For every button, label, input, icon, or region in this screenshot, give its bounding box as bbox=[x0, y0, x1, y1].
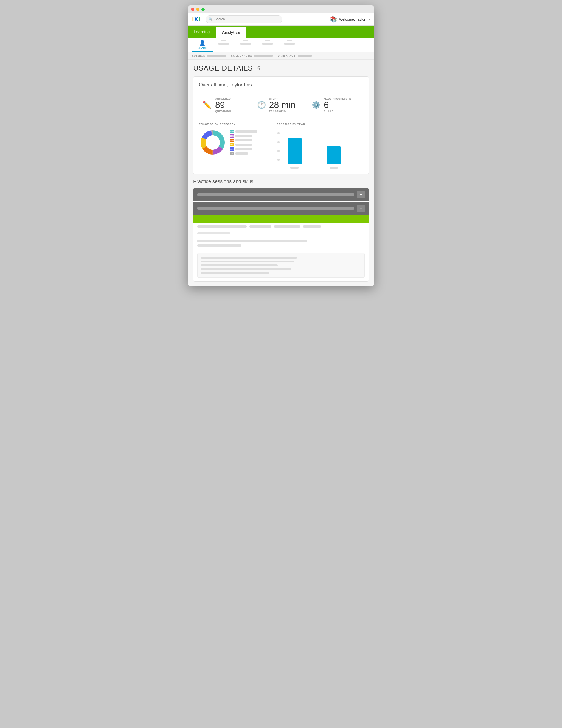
col-ph-0 bbox=[197, 225, 247, 228]
donut-chart-svg bbox=[199, 129, 227, 156]
stat-questions-unit: QUESTIONS bbox=[215, 110, 231, 113]
legend-item-4: 16% bbox=[230, 147, 258, 151]
stat-skills-text: MADE PROGRESS IN 6 SKILLS bbox=[324, 97, 351, 113]
titlebar bbox=[188, 5, 374, 13]
y-label-4 bbox=[278, 132, 280, 134]
legend-color-0: 34% bbox=[230, 130, 234, 133]
topbar: IXL 🔍 📚 Welcome, Taylor! ▾ bbox=[188, 13, 374, 26]
tab-placeholder-1[interactable] bbox=[213, 38, 235, 52]
page-title: USAGE DETAILS bbox=[193, 64, 253, 72]
stat-skills-unit: SKILLS bbox=[324, 110, 351, 113]
stats-row: ✏️ ANSWERED 89 QUESTIONS 🕐 SPENT 28 min … bbox=[199, 93, 363, 117]
skill-grades-label: SKILL GRADES: bbox=[231, 54, 252, 57]
legend-color-2: 16% bbox=[230, 139, 234, 142]
col-ph-1 bbox=[250, 225, 272, 228]
category-chart-title: PRACTICE BY CATEGORY bbox=[199, 123, 271, 125]
x-label-2 bbox=[324, 166, 343, 169]
date-range-label: DATE RANGE: bbox=[278, 54, 296, 57]
legend-bar-3 bbox=[236, 144, 252, 146]
nested-line-1 bbox=[201, 261, 294, 262]
sub-tabs: 👤 USAGE bbox=[188, 38, 374, 52]
bar-0 bbox=[288, 138, 301, 164]
tab-placeholder-4[interactable] bbox=[279, 38, 300, 52]
col-ph-2 bbox=[274, 225, 300, 228]
tab-placeholder-2[interactable] bbox=[235, 38, 257, 52]
x-label-ph-2 bbox=[329, 167, 338, 169]
y-label-1 bbox=[278, 159, 280, 161]
green-header-row bbox=[194, 215, 368, 223]
y-labels bbox=[277, 129, 280, 164]
y-line-1 bbox=[285, 133, 363, 133]
legend-item-1: 16% bbox=[230, 134, 258, 138]
legend-item-0: 34% bbox=[230, 130, 258, 133]
svg-point-7 bbox=[206, 135, 220, 150]
tab-icon-ph-2 bbox=[243, 40, 248, 41]
y-label-3 bbox=[278, 141, 280, 143]
app-window: IXL 🔍 📚 Welcome, Taylor! ▾ Learning Anal… bbox=[188, 5, 374, 286]
category-chart: PRACTICE BY CATEGORY bbox=[199, 123, 271, 169]
sessions-card: + − bbox=[193, 188, 369, 282]
y-label-2 bbox=[278, 150, 280, 152]
legend-color-3: 16% bbox=[230, 143, 234, 146]
year-chart-title: PRACTICE BY YEAR bbox=[277, 123, 363, 125]
legend-bar-4 bbox=[236, 148, 252, 150]
legend-item-2: 16% bbox=[230, 139, 258, 142]
legend-bar-1 bbox=[236, 135, 252, 137]
nested-line-0 bbox=[201, 257, 297, 259]
stat-questions-text: ANSWERED 89 QUESTIONS bbox=[215, 97, 231, 113]
legend-color-4: 16% bbox=[230, 147, 234, 151]
detail-lines bbox=[194, 237, 368, 251]
search-bar[interactable]: 🔍 bbox=[206, 15, 282, 23]
detail-line-1 bbox=[197, 244, 241, 247]
legend-bar-0 bbox=[236, 130, 258, 133]
nested-line-2 bbox=[201, 264, 278, 266]
nav-analytics[interactable]: Analytics bbox=[216, 27, 246, 38]
usage-icon: 👤 bbox=[199, 40, 205, 46]
nested-line-4 bbox=[201, 272, 270, 274]
session-expand-btn-0[interactable]: + bbox=[357, 191, 365, 198]
ixl-logo: IXL bbox=[192, 15, 202, 23]
stat-skills-number: 6 bbox=[324, 100, 351, 110]
stat-time-text: SPENT 28 min PRACTICING bbox=[269, 97, 295, 113]
legend-item-5: 3% bbox=[230, 152, 258, 155]
legend-color-1: 16% bbox=[230, 134, 234, 138]
date-range-value[interactable] bbox=[298, 55, 312, 57]
logo-x: X bbox=[194, 15, 199, 23]
tab-label-ph-2 bbox=[240, 43, 251, 45]
x-label-1 bbox=[304, 166, 324, 169]
main-content: USAGE DETAILS 🖨 Over all time, Taylor ha… bbox=[188, 60, 374, 286]
nested-box bbox=[197, 253, 365, 278]
sessions-section-title: Practice sessions and skills bbox=[193, 179, 369, 184]
topbar-right: 📚 Welcome, Taylor! ▾ bbox=[330, 16, 370, 23]
sub-ph-0 bbox=[197, 232, 230, 234]
pencil-icon: ✏️ bbox=[202, 100, 212, 110]
legend-bar-2 bbox=[236, 139, 252, 141]
subject-value[interactable] bbox=[207, 55, 226, 57]
over-all-text: Over all time, Taylor has... bbox=[199, 82, 363, 88]
x-axis-labels bbox=[277, 166, 363, 169]
legend-item-3: 16% bbox=[230, 143, 258, 146]
close-button[interactable] bbox=[191, 8, 194, 11]
tab-usage-label: USAGE bbox=[198, 47, 207, 49]
search-icon: 🔍 bbox=[209, 17, 213, 21]
stat-questions-number: 89 bbox=[215, 100, 231, 110]
donut-container: 34% 16% 16% bbox=[199, 129, 271, 156]
session-collapse-btn-1[interactable]: − bbox=[357, 205, 365, 212]
bar-group-0 bbox=[285, 138, 304, 164]
minimize-button[interactable] bbox=[196, 8, 200, 11]
maximize-button[interactable] bbox=[202, 8, 205, 11]
skill-grades-value[interactable] bbox=[254, 55, 273, 57]
stat-questions: ✏️ ANSWERED 89 QUESTIONS bbox=[199, 93, 254, 117]
tab-placeholder-3[interactable] bbox=[257, 38, 279, 52]
nav-learning[interactable]: Learning bbox=[188, 26, 216, 38]
x-label-3 bbox=[343, 166, 363, 169]
dropdown-arrow-icon[interactable]: ▾ bbox=[368, 18, 370, 21]
print-icon[interactable]: 🖨 bbox=[256, 65, 261, 71]
legend-bar-5 bbox=[236, 152, 248, 155]
tab-usage[interactable]: 👤 USAGE bbox=[192, 38, 213, 52]
table-sub-row bbox=[194, 230, 368, 237]
books-icon: 📚 bbox=[330, 16, 337, 23]
search-input[interactable] bbox=[214, 17, 280, 21]
puzzle-icon: ⚙️ bbox=[312, 101, 320, 109]
col-ph-3 bbox=[303, 225, 321, 228]
